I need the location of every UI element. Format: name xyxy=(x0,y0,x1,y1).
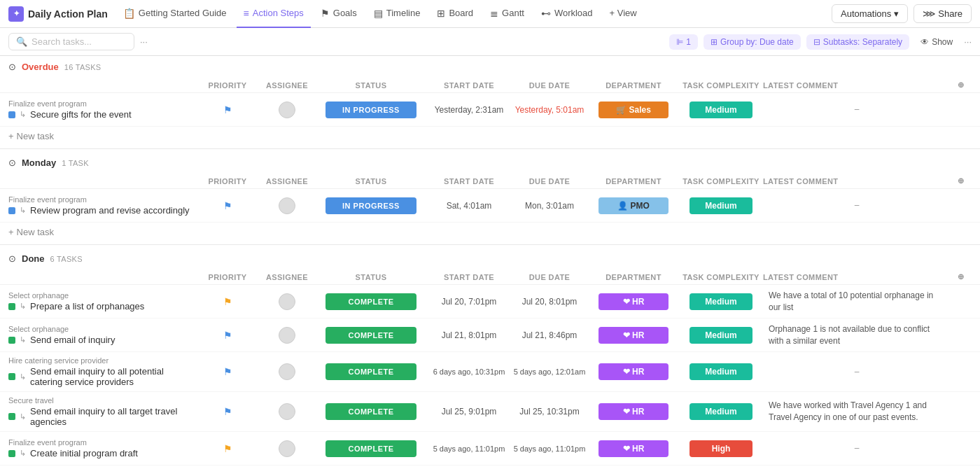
complexity-badge: Medium xyxy=(690,197,752,214)
col-assignee-d: ASSIGNEE xyxy=(259,273,315,281)
status-badge[interactable]: COMPLETE xyxy=(326,293,416,310)
workload-icon: ⊷ xyxy=(541,8,551,19)
col-task-complexity-d: TASK COMPLEXITY xyxy=(679,273,763,281)
status-badge[interactable]: IN PROGRESS xyxy=(326,102,416,118)
col-priority-m: PRIORITY xyxy=(196,177,259,186)
section-done: ⊙ Done 6 TASKS PRIORITY ASSIGNEE STATUS … xyxy=(0,248,980,469)
eye-icon: 👁 xyxy=(920,37,929,47)
toolbar-more-icon[interactable]: ··· xyxy=(964,36,972,47)
department-cell: ❤ HR xyxy=(588,363,679,380)
tab-goals[interactable]: ⚑ Goals xyxy=(314,0,364,28)
status-badge[interactable]: COMPLETE xyxy=(326,440,416,457)
tab-action-steps[interactable]: ≡ Action Steps xyxy=(237,0,311,28)
task-name-row: ↳ Send email of inquiry xyxy=(8,335,196,345)
department-cell: ❤ HR xyxy=(588,440,679,457)
section-overdue-header: ⊙ Overdue 16 TASKS xyxy=(0,56,980,78)
assignee-cell xyxy=(259,197,315,214)
section-overdue-count: 16 TASKS xyxy=(64,63,102,71)
tab-timeline[interactable]: ▤ Timeline xyxy=(367,0,428,28)
subtask-icon: ↳ xyxy=(20,110,26,119)
task-row: Hire catering service provider ↳ Send em… xyxy=(0,352,980,392)
toolbar: 🔍 Search tasks... ··· ⊫ 1 ⊞ Group by: Du… xyxy=(0,28,980,56)
task-name-row: ↳ Create initial program draft xyxy=(8,448,196,458)
nav-right-actions: Automations ▾ ⋙ Share xyxy=(832,4,972,23)
subtask-icon: ↳ xyxy=(20,449,26,458)
search-box[interactable]: 🔍 Search tasks... xyxy=(8,33,134,50)
search-icon: 🔍 xyxy=(16,36,27,47)
priority-flag: ⚑ xyxy=(223,104,232,115)
start-date-cell: Jul 21, 8:01pm xyxy=(427,330,511,340)
chevron-down-icon: ▾ xyxy=(894,8,899,19)
app-logo: ✦ Daily Action Plan xyxy=(8,6,108,22)
col-task-complexity: TASK COMPLEXITY xyxy=(679,81,763,90)
task-name[interactable]: Review program and revise accordingly xyxy=(30,205,190,216)
task-name[interactable]: Send email inquiry to all target travel … xyxy=(30,406,196,427)
task-parent: Finalize event program xyxy=(8,195,196,204)
section-done-title: Done xyxy=(22,253,45,264)
priority-flag: ⚑ xyxy=(223,406,232,417)
priority-cell: ⚑ xyxy=(196,296,259,307)
tab-gantt[interactable]: ≣ Gantt xyxy=(483,0,531,28)
complexity-cell: Medium xyxy=(679,102,763,118)
col-due-date-d: DUE DATE xyxy=(511,273,588,281)
filter-button[interactable]: ⊫ 1 xyxy=(669,34,698,50)
add-task-overdue[interactable]: + New task xyxy=(0,127,980,146)
app-title: Daily Action Plan xyxy=(28,8,108,20)
task-row: Finalize event program ↳ Coordinate perf… xyxy=(0,465,980,469)
group-by-button[interactable]: ⊞ Group by: Due date xyxy=(704,34,801,50)
status-badge[interactable]: IN PROGRESS xyxy=(326,197,416,214)
task-name[interactable]: Create initial program draft xyxy=(30,448,138,458)
share-button[interactable]: ⋙ Share xyxy=(913,4,972,23)
status-badge[interactable]: COMPLETE xyxy=(326,403,416,420)
tab-workload[interactable]: ⊷ Workload xyxy=(534,0,600,28)
col-status: STATUS xyxy=(315,81,427,90)
app-logo-icon: ✦ xyxy=(8,6,24,22)
task-color-indicator xyxy=(8,373,15,380)
show-button[interactable]: 👁 Show xyxy=(915,34,958,50)
priority-cell: ⚑ xyxy=(196,104,259,115)
subtask-icon: ↳ xyxy=(20,412,26,421)
section-done-toggle[interactable]: ⊙ xyxy=(8,253,16,264)
status-cell: IN PROGRESS xyxy=(315,197,427,214)
task-name[interactable]: Send email of inquiry xyxy=(30,335,115,345)
tab-add-view[interactable]: + View xyxy=(603,0,644,28)
assignee-cell xyxy=(259,327,315,344)
dept-badge: ❤ HR xyxy=(598,440,668,457)
done-col-headers: PRIORITY ASSIGNEE STATUS START DATE DUE … xyxy=(0,270,980,285)
tab-board[interactable]: ⊞ Board xyxy=(430,0,480,28)
department-cell: 👤 PMO xyxy=(588,197,679,214)
assignee-cell xyxy=(259,403,315,420)
subtasks-button[interactable]: ⊟ Subtasks: Separately xyxy=(806,34,909,50)
tab-getting-started[interactable]: 📋 Getting Started Guide xyxy=(116,0,234,28)
section-monday-toggle[interactable]: ⊙ xyxy=(8,158,16,168)
due-date-cell: Jul 25, 10:31pm xyxy=(511,407,588,416)
status-cell: COMPLETE xyxy=(315,293,427,310)
comment-cell: We have a total of 10 potential orphanag… xyxy=(763,290,951,314)
col-add-m: ⊕ xyxy=(951,176,972,186)
goals-icon: ⚑ xyxy=(321,8,330,19)
comment-cell: – xyxy=(763,442,951,454)
toolbar-dots[interactable]: ··· xyxy=(140,36,148,47)
automations-button[interactable]: Automations ▾ xyxy=(832,4,908,23)
board-icon: ⊞ xyxy=(437,8,445,19)
priority-cell: ⚑ xyxy=(196,200,259,211)
complexity-cell: High xyxy=(679,440,763,457)
col-department-m: DEPARTMENT xyxy=(588,177,679,186)
task-name[interactable]: Send email inquiry to all potential cate… xyxy=(30,366,196,387)
add-task-monday[interactable]: + New task xyxy=(0,223,980,241)
dept-badge: 🛒 Sales xyxy=(598,102,668,118)
status-badge[interactable]: COMPLETE xyxy=(326,327,416,344)
task-parent: Select orphanage xyxy=(8,291,196,300)
subtasks-icon: ⊟ xyxy=(813,37,820,47)
top-navigation: ✦ Daily Action Plan 📋 Getting Started Gu… xyxy=(0,0,980,28)
status-cell: COMPLETE xyxy=(315,363,427,380)
task-name[interactable]: Prepare a list of orphanages xyxy=(30,301,144,312)
section-overdue-toggle[interactable]: ⊙ xyxy=(8,62,16,72)
complexity-badge: Medium xyxy=(690,363,752,380)
task-name[interactable]: Secure gifts for the event xyxy=(30,109,132,120)
task-row: Finalize event program ↳ Create initial … xyxy=(0,432,980,465)
status-badge[interactable]: COMPLETE xyxy=(326,363,416,380)
task-name-cell: Finalize event program ↳ Review program … xyxy=(8,192,196,218)
comment-cell: Orphanage 1 is not available due to conf… xyxy=(763,323,951,347)
priority-cell: ⚑ xyxy=(196,443,259,454)
